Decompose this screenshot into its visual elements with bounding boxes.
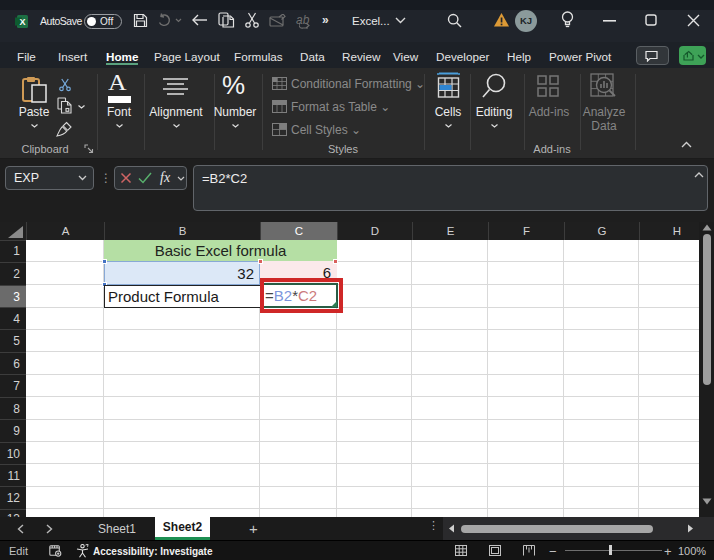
svg-text:X: X	[19, 17, 25, 27]
